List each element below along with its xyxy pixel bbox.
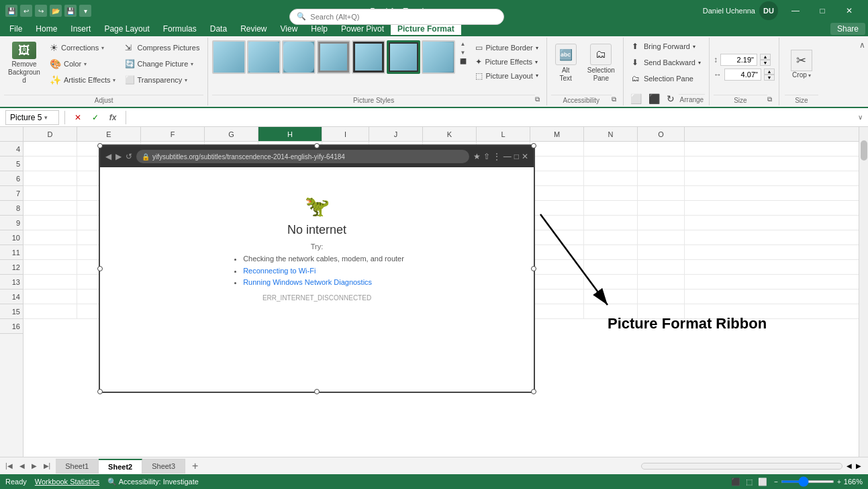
menu-view[interactable]: View <box>274 23 305 35</box>
scrollbar-thumb[interactable] <box>861 140 867 161</box>
close-button[interactable]: ✕ <box>836 0 863 21</box>
formula-fx[interactable]: fx <box>105 110 120 125</box>
picture-style-7[interactable] <box>422 40 455 74</box>
artistic-effects-dropdown[interactable]: ▾ <box>113 77 115 83</box>
scroll-left[interactable]: ◀ <box>845 461 853 471</box>
change-picture-button[interactable]: 🔄 Change Picture ▾ <box>121 56 203 71</box>
size-expand[interactable]: ⧉ <box>767 95 775 103</box>
workbook-stats[interactable]: Workbook Statistics <box>35 478 99 486</box>
search-input[interactable] <box>310 13 497 21</box>
menu-help[interactable]: Help <box>304 23 334 35</box>
height-input[interactable] <box>720 54 757 66</box>
formula-cancel[interactable]: ✕ <box>70 110 85 125</box>
picture-effects-dropdown[interactable]: ▾ <box>535 59 538 65</box>
col-header-O[interactable]: O <box>638 127 685 141</box>
menu-insert[interactable]: Insert <box>64 23 97 35</box>
vertical-scrollbar[interactable] <box>859 127 868 457</box>
sheet-tab-sheet1[interactable]: Sheet1 <box>56 459 99 474</box>
add-sheet-button[interactable]: + <box>185 457 205 475</box>
change-picture-dropdown[interactable]: ▾ <box>191 61 193 67</box>
rotate-button[interactable]: ↻ <box>664 92 677 105</box>
sheet-tab-sheet3[interactable]: Sheet3 <box>142 459 185 474</box>
picture-style-4[interactable] <box>317 40 350 74</box>
browser-close[interactable]: ✕ <box>522 152 528 161</box>
sheet-last[interactable]: ▶| <box>41 461 54 471</box>
sheet-first[interactable]: |◀ <box>3 461 15 471</box>
menu-formulas[interactable]: Formulas <box>156 23 203 35</box>
browser-share[interactable]: ⇧ <box>483 152 490 161</box>
alt-text-button[interactable]: 🔤 AltText <box>551 39 581 87</box>
cell-M4[interactable] <box>530 142 584 156</box>
menu-page-layout[interactable]: Page Layout <box>97 23 156 35</box>
picture-style-5[interactable] <box>352 40 385 74</box>
zoom-slider[interactable] <box>781 480 834 483</box>
resize-handle-tr[interactable] <box>531 143 536 148</box>
browser-url[interactable]: 🔒 yifysubtitles.org/subtitles/transcende… <box>136 150 469 163</box>
bring-forward-dropdown[interactable]: ▾ <box>693 44 695 50</box>
cell-O4[interactable] <box>638 142 685 156</box>
picture-styles-expand[interactable]: ⧉ <box>535 95 542 103</box>
normal-view[interactable]: ⬛ <box>730 476 742 488</box>
menu-power-pivot[interactable]: Power Pivot <box>334 23 391 35</box>
crop-button[interactable]: ✂ Crop ▾ <box>785 40 818 89</box>
browser-refresh[interactable]: ↺ <box>126 152 132 161</box>
browser-forward[interactable]: ▶ <box>115 152 122 161</box>
name-box-dropdown[interactable]: ▾ <box>44 114 48 121</box>
corrections-button[interactable]: ☀ Corrections ▾ <box>46 40 119 55</box>
page-break-view[interactable]: ⬜ <box>757 476 769 488</box>
crop-dropdown[interactable]: ▾ <box>808 73 811 79</box>
menu-data[interactable]: Data <box>203 23 234 35</box>
sheet-next[interactable]: ▶ <box>29 461 40 471</box>
picture-layout-button[interactable]: ⬚ Picture Layout ▾ <box>471 69 542 82</box>
picture-effects-button[interactable]: ✦ Picture Effects ▾ <box>471 56 542 69</box>
arrange-selection-pane-button[interactable]: 🗂 Selection Pane <box>628 71 697 86</box>
save-icon[interactable]: 💾 <box>5 5 17 17</box>
menu-home[interactable]: Home <box>29 23 64 35</box>
artistic-effects-button[interactable]: ✨ Artistic Effects ▾ <box>46 73 119 87</box>
picture-style-2[interactable] <box>247 40 281 74</box>
col-header-M[interactable]: M <box>530 127 584 141</box>
network-diagnostics-link[interactable]: Running Windows Network Diagnostics <box>243 278 372 286</box>
picture-style-6[interactable] <box>387 40 420 74</box>
menu-share[interactable]: Share <box>830 23 865 35</box>
browser-minimize[interactable]: — <box>503 152 512 161</box>
scroll-right[interactable]: ▶ <box>855 461 863 471</box>
picture-style-3[interactable] <box>282 40 316 74</box>
name-box[interactable]: Picture 5 ▾ <box>5 110 59 125</box>
search-bar[interactable]: 🔍 <box>289 9 504 25</box>
menu-file[interactable]: File <box>3 23 29 35</box>
embedded-image[interactable]: ◀ ▶ ↺ 🔒 yifysubtitles.org/subtitles/tran… <box>99 144 535 393</box>
horizontal-scrollbar[interactable] <box>641 463 842 470</box>
gallery-scroll-down[interactable]: ▼ <box>458 49 469 56</box>
col-header-J[interactable]: J <box>369 127 423 141</box>
resize-handle-bm[interactable] <box>314 389 320 394</box>
selection-pane-button[interactable]: 🗂 SelectionPane <box>583 39 619 87</box>
zoom-level[interactable]: 166% <box>844 478 863 486</box>
formula-confirm[interactable]: ✓ <box>88 110 103 125</box>
open-icon[interactable]: 📂 <box>50 5 62 17</box>
bring-forward-button[interactable]: ⬆ Bring Forward ▾ <box>628 39 700 54</box>
picture-border-dropdown[interactable]: ▾ <box>536 45 538 51</box>
maximize-button[interactable]: □ <box>809 0 836 21</box>
col-header-L[interactable]: L <box>477 127 530 141</box>
cell-O5[interactable] <box>638 157 685 171</box>
resize-handle-mr[interactable] <box>531 266 536 271</box>
browser-bookmark[interactable]: ★ <box>473 152 481 161</box>
formula-input[interactable] <box>132 113 853 122</box>
zoom-in[interactable]: + <box>837 478 841 486</box>
width-input[interactable] <box>724 69 761 81</box>
gallery-scroll-up[interactable]: ▲ <box>458 40 469 48</box>
corrections-dropdown[interactable]: ▾ <box>101 45 104 51</box>
picture-layout-dropdown[interactable]: ▾ <box>536 73 538 79</box>
col-header-I[interactable]: I <box>322 127 369 141</box>
user-avatar[interactable]: DU <box>759 1 778 20</box>
cell-M5[interactable] <box>530 157 584 171</box>
cell-N5[interactable] <box>584 157 638 171</box>
browser-menu[interactable]: ⋮ <box>493 152 501 161</box>
col-header-K[interactable]: K <box>423 127 477 141</box>
send-backward-dropdown[interactable]: ▾ <box>698 60 701 66</box>
resize-handle-br[interactable] <box>531 389 536 394</box>
undo-icon[interactable]: ↩ <box>20 5 32 17</box>
sheet-prev[interactable]: ◀ <box>17 461 28 471</box>
width-down[interactable]: ▼ <box>764 75 775 81</box>
